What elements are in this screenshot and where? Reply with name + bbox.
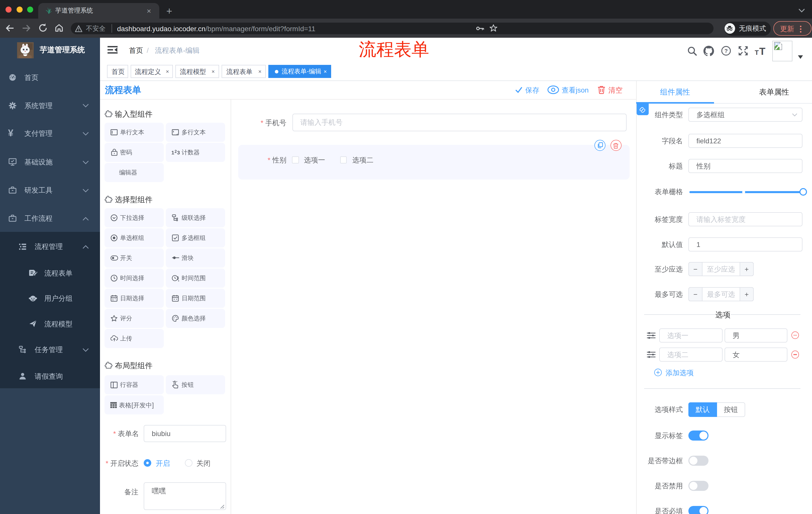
svg-text:T: T bbox=[755, 49, 759, 56]
svg-text:T: T bbox=[759, 46, 765, 56]
svg-text:?: ? bbox=[724, 48, 728, 54]
